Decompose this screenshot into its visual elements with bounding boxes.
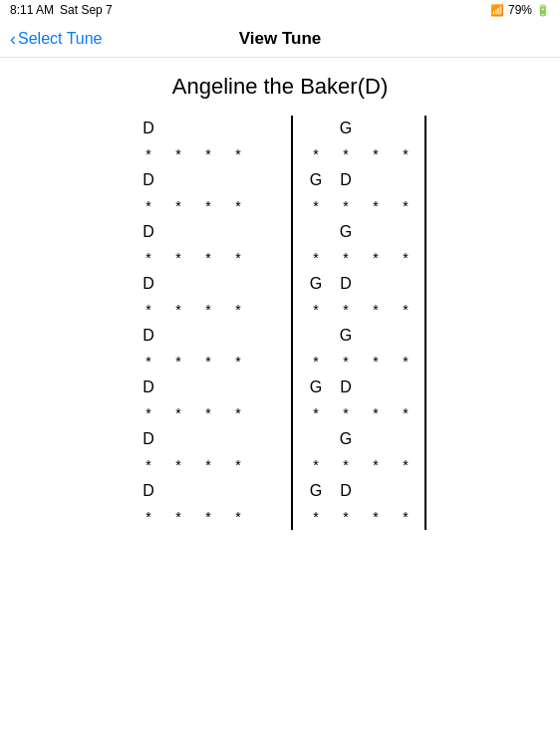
note-cell: D bbox=[134, 116, 163, 141]
star-cell: * bbox=[223, 245, 253, 271]
star-cell: * bbox=[134, 504, 163, 530]
star-cell: * bbox=[223, 452, 253, 478]
tab-row: **** bbox=[301, 193, 420, 219]
star-cell: * bbox=[223, 297, 253, 323]
star-cell: * bbox=[331, 400, 361, 426]
tab-row: GD bbox=[301, 167, 420, 193]
star-cell: * bbox=[223, 504, 253, 530]
star-cell: * bbox=[331, 452, 361, 478]
status-left: 8:11 AM Sat Sep 7 bbox=[10, 3, 113, 17]
tab-row: D bbox=[134, 219, 283, 245]
star-cell: * bbox=[331, 193, 361, 219]
tab-row: **** bbox=[134, 193, 283, 219]
tab-grid: D****D****D****D****D****D****D****D****… bbox=[134, 116, 426, 530]
star-cell: * bbox=[361, 504, 391, 530]
note-cell: D bbox=[331, 271, 361, 297]
star-cell: * bbox=[134, 141, 163, 167]
star-cell: * bbox=[193, 349, 223, 374]
star-cell: * bbox=[301, 400, 331, 426]
page-title: Angeline the Baker(D) bbox=[0, 74, 560, 100]
tab-row: **** bbox=[301, 297, 420, 323]
status-right: 📶 79% 🔋 bbox=[490, 3, 550, 17]
tab-row: GD bbox=[301, 478, 420, 504]
star-cell: * bbox=[331, 245, 361, 271]
star-cell: * bbox=[301, 141, 331, 167]
star-cell: * bbox=[163, 349, 193, 374]
tab-row: **** bbox=[301, 141, 420, 167]
tab-row: **** bbox=[134, 141, 283, 167]
tab-row: D bbox=[134, 478, 283, 504]
star-cell: * bbox=[361, 141, 391, 167]
note-cell: G bbox=[301, 478, 331, 504]
tab-row: **** bbox=[301, 504, 420, 530]
back-label: Select Tune bbox=[18, 30, 103, 48]
note-cell: G bbox=[331, 323, 361, 349]
note-cell: D bbox=[134, 478, 163, 504]
tab-row: **** bbox=[134, 349, 283, 374]
tab-row: GD bbox=[301, 374, 420, 400]
star-cell: * bbox=[193, 297, 223, 323]
note-cell: G bbox=[331, 116, 361, 141]
note-cell: G bbox=[301, 167, 331, 193]
tab-row: **** bbox=[301, 245, 420, 271]
star-cell: * bbox=[361, 297, 391, 323]
star-cell: * bbox=[134, 452, 163, 478]
star-cell: * bbox=[391, 452, 420, 478]
star-cell: * bbox=[163, 297, 193, 323]
battery-level: 79% bbox=[508, 3, 532, 17]
star-cell: * bbox=[391, 245, 420, 271]
status-bar: 8:11 AM Sat Sep 7 📶 79% 🔋 bbox=[0, 0, 560, 20]
tab-row: **** bbox=[134, 452, 283, 478]
star-cell: * bbox=[193, 141, 223, 167]
tab-row: D bbox=[134, 116, 283, 141]
tab-row: G bbox=[301, 426, 420, 452]
note-cell: D bbox=[134, 271, 163, 297]
back-button[interactable]: ‹ Select Tune bbox=[10, 30, 103, 48]
star-cell: * bbox=[361, 245, 391, 271]
tab-row: D bbox=[134, 426, 283, 452]
star-cell: * bbox=[193, 400, 223, 426]
tab-row: **** bbox=[134, 504, 283, 530]
note-cell: G bbox=[331, 426, 361, 452]
tab-row: G bbox=[301, 219, 420, 245]
star-cell: * bbox=[163, 452, 193, 478]
note-cell: D bbox=[134, 374, 163, 400]
note-cell: D bbox=[134, 167, 163, 193]
star-cell: * bbox=[391, 349, 420, 374]
nav-title: View Tune bbox=[239, 29, 322, 49]
star-cell: * bbox=[331, 297, 361, 323]
right-section: G****GD****G****GD****G****GD****G****GD… bbox=[293, 116, 426, 530]
star-cell: * bbox=[361, 400, 391, 426]
star-cell: * bbox=[361, 349, 391, 374]
note-cell: D bbox=[331, 478, 361, 504]
star-cell: * bbox=[391, 400, 420, 426]
star-cell: * bbox=[301, 349, 331, 374]
note-cell: D bbox=[134, 323, 163, 349]
star-cell: * bbox=[301, 504, 331, 530]
star-cell: * bbox=[361, 452, 391, 478]
star-cell: * bbox=[391, 504, 420, 530]
star-cell: * bbox=[163, 141, 193, 167]
note-cell: D bbox=[134, 426, 163, 452]
tab-row: D bbox=[134, 323, 283, 349]
star-cell: * bbox=[163, 504, 193, 530]
star-cell: * bbox=[134, 400, 163, 426]
tab-row: **** bbox=[301, 400, 420, 426]
tab-row: **** bbox=[134, 245, 283, 271]
star-cell: * bbox=[331, 504, 361, 530]
note-cell: D bbox=[134, 219, 163, 245]
star-cell: * bbox=[193, 452, 223, 478]
star-cell: * bbox=[223, 141, 253, 167]
star-cell: * bbox=[134, 297, 163, 323]
star-cell: * bbox=[301, 297, 331, 323]
star-cell: * bbox=[223, 193, 253, 219]
star-cell: * bbox=[163, 193, 193, 219]
note-cell: G bbox=[301, 271, 331, 297]
star-cell: * bbox=[391, 297, 420, 323]
star-cell: * bbox=[301, 245, 331, 271]
tab-row: **** bbox=[301, 452, 420, 478]
tab-row: G bbox=[301, 323, 420, 349]
star-cell: * bbox=[193, 504, 223, 530]
tab-row: **** bbox=[134, 297, 283, 323]
star-cell: * bbox=[301, 452, 331, 478]
